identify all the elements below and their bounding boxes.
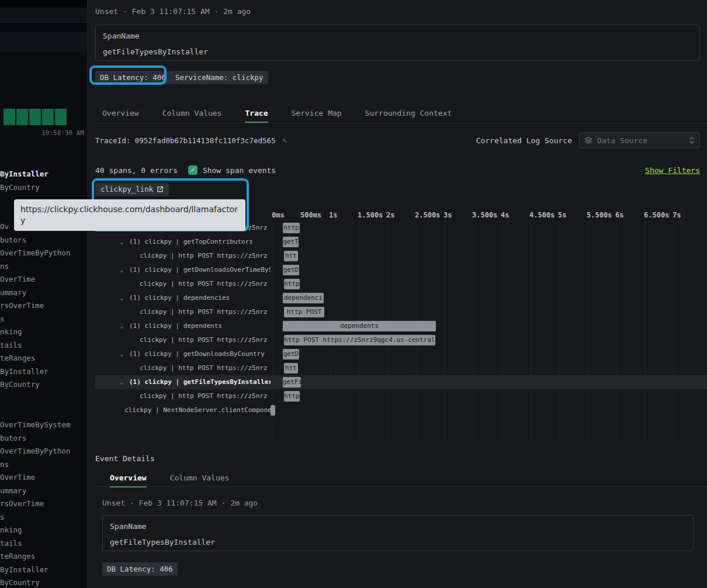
- trace-row-name[interactable]: ⌄(1) clickpy | dependents: [95, 319, 271, 333]
- sidebar-item[interactable]: OverTime: [0, 273, 88, 286]
- span-label: clickpy | http POST https://z5nrz: [140, 392, 268, 400]
- trace-row-name[interactable]: clickpy | http POST https://z5nrz: [95, 389, 271, 403]
- span-bar[interactable]: http POST https://z5nrz9qgc4.us-central: [284, 335, 435, 345]
- span-bar[interactable]: dependents: [283, 321, 436, 331]
- trace-row[interactable]: ⌄(1) clickpy | getDownloadsOverTimeBySge…: [95, 263, 707, 277]
- chevron-down-icon[interactable]: ⌄: [120, 235, 129, 249]
- sidebar-item[interactable]: ByCountry: [0, 378, 88, 392]
- trace-row-name[interactable]: clickpy | http POST https://z5nrz: [95, 277, 271, 291]
- sidebar-item[interactable]: tails: [0, 537, 88, 551]
- trace-id-row: TraceId: 0952fad0b67b114138fc110f3c7ed56…: [95, 132, 700, 148]
- correlated-log-source-label: Correlated Log Source: [476, 136, 572, 145]
- event-details-tab-column-values[interactable]: Column Values: [170, 470, 230, 487]
- trace-row-name[interactable]: clickpy | http POST https://z5nrz: [95, 361, 271, 375]
- event-details-tab-overview[interactable]: Overview: [110, 470, 147, 487]
- sidebar-item[interactable]: ummary: [0, 485, 88, 498]
- sidebar-item[interactable]: tails: [0, 339, 88, 352]
- service-name-badge[interactable]: ServiceName: clickpy: [171, 71, 268, 84]
- sidebar-item[interactable]: nking: [0, 326, 88, 339]
- span-bar[interactable]: [271, 405, 275, 416]
- sidebar-item[interactable]: ByInstaller: [0, 365, 88, 379]
- chevron-down-icon[interactable]: ⌄: [120, 263, 129, 277]
- span-bar[interactable]: htt: [284, 363, 298, 373]
- mini-chart-time-label: 10:58:30 AM: [41, 129, 84, 137]
- trace-row[interactable]: clickpy | http POST https://z5nrzhttp PO…: [95, 333, 707, 347]
- trace-row[interactable]: clickpy | http POST https://z5nrzhtt: [95, 249, 707, 263]
- span-bar[interactable]: getD: [283, 265, 299, 275]
- db-latency-badge[interactable]: DB Latency: 406: [95, 71, 171, 84]
- tab-overview[interactable]: Overview: [102, 105, 139, 123]
- span-bar[interactable]: http POST: [284, 307, 324, 317]
- span-bar[interactable]: http: [283, 223, 300, 233]
- sidebar-item[interactable]: s: [0, 313, 88, 326]
- span-bar[interactable]: dependenci: [283, 293, 324, 303]
- event-details-status-line: Unset · Feb 3 11:07:15 AM · 2m ago: [102, 499, 258, 507]
- span-bar[interactable]: http: [284, 279, 300, 289]
- sidebar-item[interactable]: rsOverTime: [0, 497, 88, 511]
- sidebar-item[interactable]: OverTimeBySystem: [0, 418, 88, 432]
- trace-row[interactable]: clickpy | http POST https://z5nrzhttp: [95, 389, 707, 403]
- trace-rows: clickpy | http POST https://z5nrzhttp⌄(1…: [95, 221, 707, 417]
- span-bar[interactable]: getT: [283, 237, 299, 247]
- clickpy-link-button[interactable]: clickpy_link: [95, 183, 169, 196]
- span-label: (1) clickpy | dependents: [129, 322, 222, 330]
- trace-row-name[interactable]: clickpy | NextNodeServer.clientCompone: [95, 403, 271, 417]
- chevron-down-icon[interactable]: ⌄: [120, 291, 129, 305]
- show-span-events-label[interactable]: Show span events: [203, 166, 276, 175]
- db-latency-badge[interactable]: DB Latency: 406: [102, 562, 178, 576]
- trace-row[interactable]: ⌄(1) clickpy | dependenciesdependenci: [95, 291, 707, 305]
- sidebar-item[interactable]: butors: [0, 234, 88, 247]
- show-span-events-checkbox[interactable]: ✓: [188, 165, 197, 175]
- span-bar[interactable]: htt: [284, 251, 298, 261]
- trace-row-name[interactable]: clickpy | http POST https://z5nrz: [95, 333, 271, 347]
- chevron-down-icon[interactable]: ⌄: [120, 347, 129, 361]
- span-bar[interactable]: getFi: [283, 377, 301, 388]
- sidebar-item[interactable]: ByInstaller: [0, 563, 88, 577]
- axis-tick-label: 500ms: [300, 211, 321, 219]
- sidebar-item[interactable]: teRanges: [0, 352, 88, 365]
- span-bar[interactable]: http: [284, 391, 300, 402]
- tab-trace[interactable]: Trace: [245, 105, 268, 123]
- trace-row-name[interactable]: ⌄(1) clickpy | getDownloadsOverTimeByS: [95, 263, 271, 277]
- trace-row-name[interactable]: ⌄(1) clickpy | getTopContributors: [95, 235, 271, 249]
- chevron-down-icon[interactable]: ⌄: [120, 319, 129, 333]
- trace-row[interactable]: clickpy | http POST https://z5nrzhttp: [95, 277, 707, 291]
- sidebar-item[interactable]: ns: [0, 260, 88, 274]
- show-filters-link[interactable]: Show Filters: [645, 166, 700, 175]
- trace-row-name[interactable]: ⌄(1) clickpy | getDownloadsByCountry: [95, 347, 271, 361]
- sidebar-item[interactable]: nking: [0, 524, 88, 537]
- span-bar[interactable]: getD: [283, 349, 299, 359]
- detail-panel: Unset · Feb 3 11:07:15 AM · 2m ago SpanN…: [88, 0, 707, 588]
- sidebar-item[interactable]: ummary: [0, 286, 88, 300]
- trace-row[interactable]: clickpy | http POST https://z5nrzhtt: [95, 361, 707, 375]
- chevron-down-icon[interactable]: ⌄: [120, 375, 129, 389]
- trace-row-name[interactable]: clickpy | http POST https://z5nrz: [95, 249, 271, 263]
- sidebar-item[interactable]: teRanges: [0, 550, 88, 563]
- sidebar-item[interactable]: OverTimeByPython: [0, 247, 88, 260]
- edit-pencil-icon[interactable]: ✎: [283, 136, 287, 145]
- trace-row-name[interactable]: ⌄(1) clickpy | dependencies: [95, 291, 271, 305]
- trace-row[interactable]: clickpy | NextNodeServer.clientCompone: [95, 403, 707, 417]
- trace-row[interactable]: ⌄(1) clickpy | getDownloadsByCountrygetD: [95, 347, 707, 361]
- sidebar-item[interactable]: ns: [0, 458, 88, 472]
- tab-surrounding-context[interactable]: Surrounding Context: [365, 105, 452, 123]
- trace-row[interactable]: clickpy | http POST https://z5nrzhttp PO…: [95, 305, 707, 319]
- sidebar-item[interactable]: ByInstaller: [0, 168, 88, 181]
- trace-row[interactable]: ⌄(1) clickpy | getFileTypesByInstallerge…: [95, 375, 707, 389]
- sidebar-panel-decor: [0, 32, 88, 51]
- tab-service-map[interactable]: Service Map: [292, 105, 342, 123]
- sidebar-item[interactable]: ByCountry: [0, 181, 88, 195]
- sidebar-item[interactable]: OverTime: [0, 471, 88, 485]
- data-source-select[interactable]: Data Source: [579, 132, 700, 148]
- sidebar-item[interactable]: OverTimeByPython: [0, 445, 88, 458]
- trace-row[interactable]: ⌄(1) clickpy | getTopContributorsgetT: [95, 235, 707, 249]
- trace-row[interactable]: ⌄(1) clickpy | dependentsdependents: [95, 319, 707, 333]
- sidebar-item[interactable]: s: [0, 511, 88, 524]
- tab-column-values[interactable]: Column Values: [162, 105, 222, 123]
- trace-row-name[interactable]: ⌄(1) clickpy | getFileTypesByInstaller: [95, 375, 271, 389]
- span-label: clickpy | http POST https://z5nrz: [140, 336, 268, 344]
- sidebar-item[interactable]: rsOverTime: [0, 299, 88, 313]
- trace-row-name[interactable]: clickpy | http POST https://z5nrz: [95, 305, 271, 319]
- sidebar-item[interactable]: butors: [0, 432, 88, 445]
- sidebar-item[interactable]: ByCountry: [0, 576, 88, 588]
